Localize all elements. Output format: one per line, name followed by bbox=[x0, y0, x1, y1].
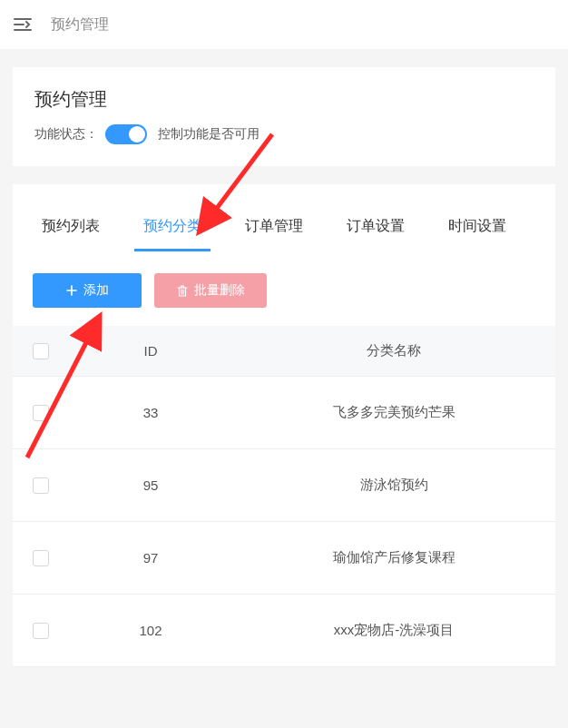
page-title: 预约管理 bbox=[34, 87, 534, 112]
table-row: 33 飞多多完美预约芒果 bbox=[13, 377, 555, 449]
plus-icon bbox=[65, 284, 78, 297]
row-id: 97 bbox=[69, 522, 232, 595]
action-button-row: 添加 批量删除 bbox=[13, 251, 555, 326]
row-checkbox[interactable] bbox=[33, 477, 49, 494]
tab-appointment-category[interactable]: 预约分类 bbox=[134, 208, 211, 251]
table-row: 97 瑜伽馆产后修复课程 bbox=[13, 522, 555, 595]
function-status-desc: 控制功能是否可用 bbox=[158, 126, 260, 143]
menu-toggle-button[interactable] bbox=[11, 13, 34, 36]
row-id: 95 bbox=[69, 449, 232, 522]
toggle-knob bbox=[129, 126, 145, 143]
table-header-row: ID 分类名称 bbox=[13, 326, 555, 377]
tab-order-settings[interactable]: 订单设置 bbox=[338, 208, 414, 251]
header-checkbox-cell bbox=[13, 326, 69, 377]
row-name: 飞多多完美预约芒果 bbox=[232, 377, 555, 449]
tab-time-settings[interactable]: 时间设置 bbox=[439, 208, 515, 251]
row-id: 33 bbox=[69, 377, 232, 449]
header-name: 分类名称 bbox=[232, 326, 555, 377]
row-name: 瑜伽馆产后修复课程 bbox=[232, 522, 555, 595]
function-status-toggle[interactable] bbox=[105, 124, 147, 144]
bulk-delete-button[interactable]: 批量删除 bbox=[154, 273, 267, 308]
row-checkbox[interactable] bbox=[33, 405, 49, 421]
tab-appointment-list[interactable]: 预约列表 bbox=[33, 208, 109, 251]
tabs: 预约列表 预约分类 订单管理 订单设置 时间设置 bbox=[13, 208, 555, 251]
table-row: 95 游泳馆预约 bbox=[13, 449, 555, 522]
bulk-delete-button-label: 批量删除 bbox=[194, 282, 245, 299]
row-name: xxx宠物店-洗澡项目 bbox=[232, 595, 555, 667]
function-status-row: 功能状态： 控制功能是否可用 bbox=[34, 124, 534, 144]
row-checkbox[interactable] bbox=[33, 623, 49, 639]
add-button-label: 添加 bbox=[83, 282, 109, 299]
topbar: 预约管理 bbox=[0, 0, 568, 49]
menu-icon bbox=[14, 17, 32, 32]
table-row: 102 xxx宠物店-洗澡项目 bbox=[13, 595, 555, 667]
header-panel: 预约管理 功能状态： 控制功能是否可用 bbox=[13, 67, 555, 166]
tab-order-manage[interactable]: 订单管理 bbox=[236, 208, 312, 251]
select-all-checkbox[interactable] bbox=[33, 343, 49, 359]
row-name: 游泳馆预约 bbox=[232, 449, 555, 522]
row-checkbox[interactable] bbox=[33, 550, 49, 566]
function-status-label: 功能状态： bbox=[34, 126, 98, 143]
body-panel: 预约列表 预约分类 订单管理 订单设置 时间设置 添加 批量删除 bbox=[13, 184, 555, 667]
add-button[interactable]: 添加 bbox=[33, 273, 142, 308]
trash-icon bbox=[176, 284, 189, 297]
row-id: 102 bbox=[69, 595, 232, 667]
breadcrumb: 预约管理 bbox=[51, 15, 109, 34]
category-table: ID 分类名称 33 飞多多完美预约芒果 95 游泳馆预约 97 瑜伽馆产后修复… bbox=[13, 326, 555, 667]
header-id: ID bbox=[69, 326, 232, 377]
